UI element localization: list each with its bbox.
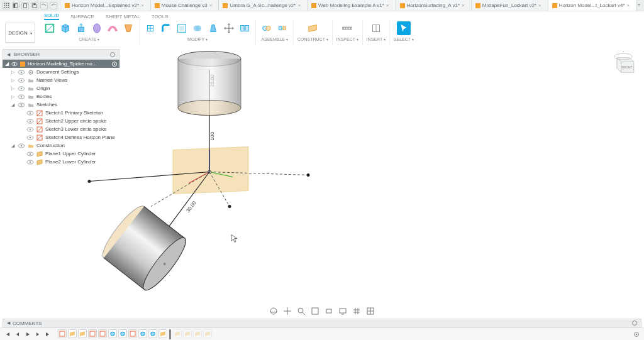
close-icon[interactable]: × [297, 3, 301, 8]
expand-icon[interactable]: ◢ [11, 102, 16, 107]
browser-node[interactable]: Plane2 Lower Cylinder [3, 158, 119, 166]
browser-root[interactable]: ◢ Horizon Modeling_Spoke mo... • [3, 60, 119, 68]
as-built-joint-icon[interactable] [275, 21, 289, 35]
select-icon[interactable] [397, 21, 411, 35]
box-icon[interactable] [58, 21, 72, 35]
timeline-prev-icon[interactable] [14, 331, 21, 338]
file-tab[interactable]: MixtapeFun_Lockart v2*× [472, 0, 548, 11]
timeline-feature[interactable] [68, 329, 77, 338]
insert-icon[interactable] [369, 21, 383, 35]
measure-icon[interactable] [340, 21, 354, 35]
visibility-icon[interactable] [18, 86, 25, 91]
timeline-settings-icon[interactable] [633, 331, 640, 338]
extrude-icon[interactable] [74, 21, 88, 35]
sweep-icon[interactable] [106, 21, 119, 35]
visibility-icon[interactable] [26, 111, 34, 116]
timeline-feature[interactable] [173, 329, 182, 338]
move-icon[interactable] [222, 21, 236, 35]
timeline-feature[interactable] [78, 329, 87, 338]
data-panel-icon[interactable] [12, 2, 19, 9]
new-sketch-icon[interactable] [43, 21, 57, 35]
file-tab[interactable]: Web Modeling Example A v1*× [308, 0, 396, 11]
view-cube[interactable]: FRONT z [610, 50, 636, 77]
expand-icon[interactable]: ▷ [11, 70, 16, 75]
timeline-playhead[interactable] [169, 329, 171, 339]
visibility-icon[interactable] [18, 70, 25, 75]
browser-node[interactable]: Plane1 Upper Cylinder [3, 150, 119, 158]
grid-icon[interactable] [352, 306, 362, 316]
timeline-end-icon[interactable] [44, 331, 52, 338]
browser-node[interactable]: ◢Construction [3, 141, 119, 150]
browser-node[interactable]: Sketch2 Upper circle spoke [3, 117, 119, 125]
browser-node[interactable]: Sketch1 Primary Skeleton [3, 109, 119, 117]
browser-node[interactable]: ▷Named Views [3, 76, 119, 84]
timeline-play-icon[interactable] [24, 331, 31, 338]
ribbon-tab-solid[interactable]: SOLID [44, 13, 59, 20]
close-icon[interactable]: × [627, 3, 630, 8]
browser-options-icon[interactable] [110, 52, 115, 57]
joint-icon[interactable] [260, 21, 274, 35]
visibility-icon[interactable] [26, 119, 34, 124]
revolve-icon[interactable] [90, 21, 104, 35]
expand-icon[interactable]: ▷ [11, 78, 16, 83]
browser-header[interactable]: ◀ BROWSER [3, 49, 119, 60]
pan-icon[interactable] [282, 306, 292, 316]
browser-node[interactable]: ▷Origin [3, 84, 119, 92]
visibility-icon[interactable] [26, 127, 34, 132]
display-icon[interactable] [338, 306, 348, 316]
loft-icon[interactable] [121, 21, 135, 35]
browser-node[interactable]: Sketch4 Defines Horizon Plane [3, 133, 119, 141]
combine-icon[interactable] [191, 21, 204, 35]
file-tab[interactable]: Umbra G_A-Sc...hallenge v2*× [219, 0, 308, 11]
timeline-feature[interactable] [128, 329, 137, 338]
undo-icon[interactable] [40, 2, 48, 9]
fillet-icon[interactable] [159, 21, 173, 35]
close-icon[interactable]: × [386, 3, 389, 8]
fit-icon[interactable] [310, 306, 320, 316]
draft-icon[interactable] [206, 21, 220, 35]
timeline-start-icon[interactable] [4, 331, 11, 338]
new-tab-button[interactable]: ＋ [636, 0, 641, 9]
timeline-feature[interactable] [118, 329, 127, 338]
timeline-feature[interactable] [88, 329, 97, 338]
comments-options-icon[interactable] [632, 321, 637, 326]
expand-icon[interactable]: ▷ [11, 86, 16, 91]
visibility-icon[interactable] [18, 143, 25, 148]
expand-icon[interactable]: ◢ [11, 143, 16, 148]
orbit-icon[interactable] [269, 306, 279, 316]
file-tab[interactable]: HorizonSurfacing_A v1*× [396, 0, 472, 11]
visibility-icon[interactable] [26, 135, 34, 140]
browser-node[interactable]: ▷Document Settings [3, 68, 119, 76]
visibility-icon[interactable] [26, 160, 34, 165]
browser-node[interactable]: ◢Sketches [3, 101, 119, 109]
visibility-icon[interactable] [26, 151, 34, 156]
timeline-feature[interactable] [183, 329, 192, 338]
visibility-icon[interactable] [18, 102, 25, 107]
file-tab[interactable]: Mouse Challenge v3× [151, 0, 219, 11]
close-icon[interactable]: × [141, 3, 144, 8]
close-icon[interactable]: × [538, 3, 541, 8]
redo-icon[interactable] [50, 2, 57, 9]
app-grid-icon[interactable] [3, 2, 10, 9]
save-icon[interactable] [31, 2, 38, 9]
ribbon-tab-sheetmetal[interactable]: SHEET METAL [106, 14, 140, 20]
timeline-feature[interactable] [203, 329, 212, 338]
timeline-feature[interactable] [98, 329, 107, 338]
close-icon[interactable]: × [462, 3, 465, 8]
align-icon[interactable] [238, 21, 252, 35]
look-at-icon[interactable] [324, 306, 334, 316]
visibility-icon[interactable] [18, 78, 25, 83]
shell-icon[interactable] [175, 21, 189, 35]
browser-node[interactable]: ▷Bodies [3, 92, 119, 101]
timeline-feature[interactable] [58, 329, 67, 338]
browser-node[interactable]: Sketch3 Lower circle spoke [3, 125, 119, 133]
zoom-icon[interactable] [296, 306, 306, 316]
workspace-switcher[interactable]: DESIGN [5, 23, 35, 43]
timeline-feature[interactable] [108, 329, 117, 338]
file-tab[interactable]: Horizon Model...t_Lockart v4*× [548, 0, 637, 11]
expand-icon[interactable]: ▷ [11, 94, 16, 99]
file-new-icon[interactable] [21, 2, 29, 9]
ribbon-tab-tools[interactable]: TOOLS [152, 14, 169, 20]
plane-icon[interactable] [306, 21, 319, 35]
timeline-feature[interactable] [138, 329, 147, 338]
